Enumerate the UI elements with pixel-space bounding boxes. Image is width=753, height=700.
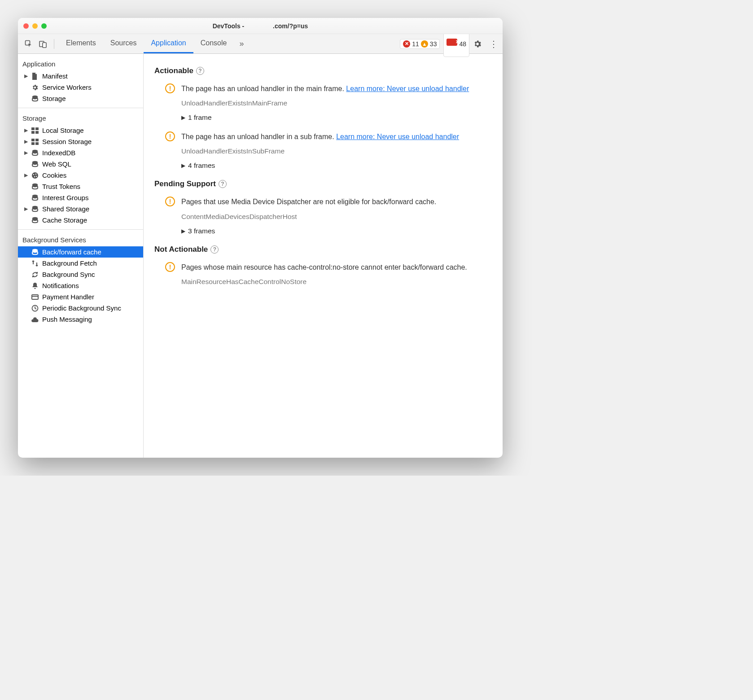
sidebar-item-interest-groups[interactable]: Interest Groups <box>18 192 143 203</box>
issue-row: ! Pages whose main resource has cache-co… <box>154 262 492 286</box>
cloud-icon <box>31 317 39 322</box>
devtools-toolbar: Elements Sources Application Console » ✕… <box>18 34 503 54</box>
issue-message: Pages whose main resource has cache-cont… <box>181 262 492 272</box>
sidebar-item-indexeddb[interactable]: ▶IndexedDB <box>18 147 143 158</box>
sidebar-item-storage[interactable]: Storage <box>18 93 143 104</box>
more-options-icon[interactable]: ⋮ <box>489 39 498 49</box>
card-icon <box>31 294 39 300</box>
tab-console[interactable]: Console <box>193 34 234 53</box>
learn-more-link[interactable]: Learn more: Never use unload handler <box>346 85 469 92</box>
sidebar-item-local-storage[interactable]: ▶Local Storage <box>18 125 143 136</box>
device-toolbar-icon[interactable] <box>37 38 49 50</box>
sidebar-item-manifest[interactable]: ▶Manifest <box>18 70 143 82</box>
warning-ring-icon: ! <box>165 131 175 141</box>
gear-icon <box>31 84 39 91</box>
database-icon <box>31 249 39 256</box>
sidebar-item-shared-storage[interactable]: ▶Shared Storage <box>18 203 143 214</box>
issue-message: Pages that use Media Device Dispatcher a… <box>181 197 492 207</box>
sidebar-item-notifications[interactable]: Notifications <box>18 280 143 291</box>
sidebar-item-bfcache[interactable]: Back/forward cache <box>18 246 143 258</box>
database-icon <box>31 149 39 157</box>
database-icon <box>31 95 39 102</box>
svg-point-18 <box>36 175 37 176</box>
database-icon <box>31 161 39 168</box>
document-icon <box>31 73 39 80</box>
sidebar-item-cache-storage[interactable]: Cache Storage <box>18 214 143 226</box>
sidebar-item-session-storage[interactable]: ▶Session Storage <box>18 136 143 147</box>
issue-code: ContentMediaDevicesDispatcherHost <box>181 213 492 221</box>
clock-icon <box>31 305 39 312</box>
warning-ring-icon: ! <box>165 83 175 93</box>
svg-rect-5 <box>35 127 39 130</box>
sidebar-item-push-messaging[interactable]: Push Messaging <box>18 314 143 325</box>
devtools-window: DevTools - .com/?p=us Elements Sources A… <box>18 18 503 458</box>
sidebar-heading-background-services: Background Services <box>18 233 143 246</box>
tab-sources[interactable]: Sources <box>103 34 144 53</box>
cookie-icon <box>31 172 39 179</box>
database-icon <box>31 217 39 224</box>
inspect-element-icon[interactable] <box>22 38 35 50</box>
issue-message: The page has an unload handler in the ma… <box>181 83 492 94</box>
svg-point-15 <box>33 174 34 175</box>
issues-badge[interactable]: ✕48 <box>443 31 469 57</box>
section-title-pending: Pending Support? <box>154 179 492 188</box>
issue-row: ! The page has an unload handler in a su… <box>154 131 492 170</box>
panel-tabs: Elements Sources Application Console <box>59 34 234 53</box>
sidebar-item-background-sync: Background Sync <box>18 269 143 280</box>
table-icon <box>31 139 39 145</box>
database-icon <box>31 194 39 201</box>
console-errors-warnings-badge[interactable]: ✕11 ▲33 <box>400 39 440 49</box>
svg-rect-4 <box>31 127 35 130</box>
window-title: DevTools - .com/?p=us <box>18 22 503 30</box>
svg-rect-10 <box>31 142 35 145</box>
issue-count: 48 <box>459 40 466 48</box>
sidebar-item-periodic-background-sync[interactable]: Periodic Background Sync <box>18 302 143 314</box>
section-title-not-actionable: Not Actionable? <box>154 245 492 254</box>
sync-icon <box>31 271 39 278</box>
svg-rect-2 <box>43 43 46 48</box>
help-icon[interactable]: ? <box>219 180 227 188</box>
help-icon[interactable]: ? <box>210 245 219 254</box>
database-icon <box>31 183 39 190</box>
issue-code: MainResourceHasCacheControlNoStore <box>181 278 492 286</box>
sidebar-item-trust-tokens[interactable]: Trust Tokens <box>18 181 143 192</box>
frames-disclosure[interactable]: ▶4 frames <box>181 162 492 170</box>
learn-more-link[interactable]: Learn more: Never use unload handler <box>336 133 459 140</box>
title-suffix: .com/?p=us <box>273 22 308 30</box>
svg-rect-8 <box>31 139 35 141</box>
titlebar: DevTools - .com/?p=us <box>18 18 503 34</box>
svg-rect-9 <box>35 139 39 141</box>
svg-rect-7 <box>35 131 39 134</box>
tab-application[interactable]: Application <box>144 34 193 53</box>
svg-point-16 <box>35 173 36 174</box>
tab-elements[interactable]: Elements <box>59 34 103 53</box>
sidebar-item-web-sql[interactable]: Web SQL <box>18 158 143 170</box>
more-tabs-icon[interactable]: » <box>236 39 247 48</box>
sidebar-item-service-workers[interactable]: Service Workers <box>18 82 143 93</box>
table-icon <box>31 127 39 134</box>
sidebar-item-cookies[interactable]: ▶Cookies <box>18 170 143 181</box>
warning-count: 33 <box>430 40 437 48</box>
svg-rect-24 <box>32 295 38 299</box>
issue-row: ! The page has an unload handler in the … <box>154 83 492 122</box>
sidebar-item-background-fetch[interactable]: Background Fetch <box>18 258 143 269</box>
application-sidebar: Application ▶Manifest Service Workers St… <box>18 54 144 458</box>
sidebar-heading-storage: Storage <box>18 112 143 125</box>
settings-icon[interactable] <box>473 39 486 48</box>
frames-disclosure[interactable]: ▶1 frame <box>181 114 492 122</box>
main-panel: Actionable? ! The page has an unload han… <box>144 54 503 458</box>
svg-point-17 <box>34 176 35 177</box>
warning-icon: ▲ <box>421 40 428 48</box>
error-icon: ✕ <box>403 40 410 48</box>
database-icon <box>31 206 39 213</box>
frames-disclosure[interactable]: ▶3 frames <box>181 227 492 235</box>
help-icon[interactable]: ? <box>196 67 204 75</box>
issue-icon: ✕ <box>447 39 457 46</box>
error-count: 11 <box>412 40 419 48</box>
sidebar-heading-application: Application <box>18 57 143 70</box>
transfer-icon <box>31 260 39 267</box>
svg-rect-6 <box>31 131 35 134</box>
issue-code: UnloadHandlerExistsInMainFrame <box>181 99 492 107</box>
issue-row: ! Pages that use Media Device Dispatcher… <box>154 197 492 235</box>
sidebar-item-payment-handler[interactable]: Payment Handler <box>18 291 143 302</box>
